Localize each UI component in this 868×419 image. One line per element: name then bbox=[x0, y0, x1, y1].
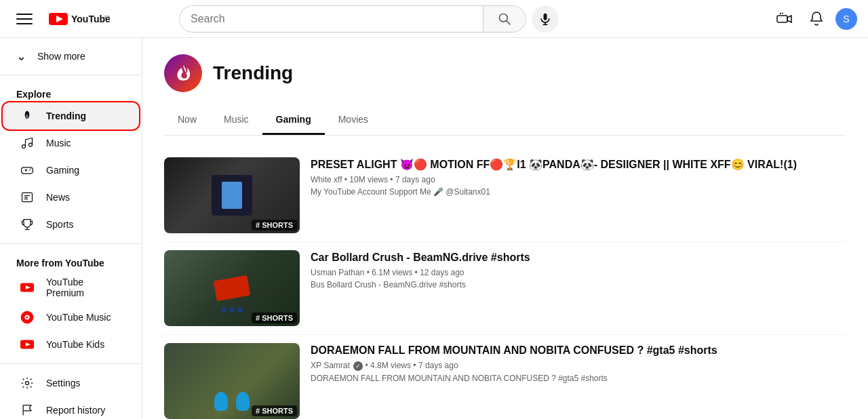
sidebar-trending-label: Trending bbox=[46, 111, 86, 121]
main-content: Trending Now Music Gaming Movies bbox=[142, 38, 868, 419]
sidebar-item-trending[interactable]: Trending bbox=[3, 102, 139, 129]
trending-icon-circle bbox=[164, 54, 202, 92]
tab-music[interactable]: Music bbox=[210, 106, 262, 135]
newspaper-icon bbox=[20, 191, 34, 204]
trending-icon bbox=[19, 108, 35, 124]
notification-button[interactable] bbox=[803, 5, 830, 33]
svg-text:PK: PK bbox=[104, 14, 110, 20]
svg-point-19 bbox=[22, 145, 26, 148]
trending-tabs: Now Music Gaming Movies bbox=[164, 106, 846, 136]
search-submit-button[interactable] bbox=[483, 5, 526, 33]
yt-music-logo bbox=[20, 311, 34, 324]
gear-icon bbox=[20, 376, 34, 390]
sidebar-item-music[interactable]: Music bbox=[3, 129, 139, 157]
svg-rect-15 bbox=[780, 13, 781, 14]
show-more-label: Show more bbox=[37, 51, 85, 62]
thumbnail-wrap-2[interactable]: # SHORTS bbox=[164, 250, 300, 326]
show-more[interactable]: ⌄ Show more bbox=[0, 43, 142, 69]
youtube-logo[interactable]: YouTube PK bbox=[49, 12, 110, 26]
music-icon bbox=[19, 135, 35, 151]
sidebar-gaming-label: Gaming bbox=[46, 165, 79, 176]
sidebar-sports-label: Sports bbox=[46, 219, 73, 230]
svg-point-24 bbox=[29, 169, 31, 171]
svg-rect-9 bbox=[544, 13, 547, 20]
create-button[interactable] bbox=[770, 5, 797, 33]
report-icon bbox=[19, 402, 35, 418]
trending-header: Trending bbox=[164, 54, 846, 92]
sidebar-item-youtube-music[interactable]: YouTube Music bbox=[3, 304, 139, 331]
bell-icon bbox=[808, 11, 825, 27]
yt-kids-logo bbox=[20, 340, 34, 349]
svg-rect-0 bbox=[16, 14, 33, 15]
video-desc-3: DORAEMON FALL FROM MOUNTAIN AND NOBITA C… bbox=[311, 374, 846, 383]
gamepad-icon bbox=[20, 163, 34, 177]
body: ⌄ Show more Explore Trending bbox=[0, 38, 868, 419]
news-icon bbox=[19, 189, 35, 205]
svg-point-18 bbox=[26, 115, 28, 119]
avatar[interactable]: S bbox=[835, 8, 857, 30]
settings-label: Settings bbox=[46, 378, 81, 388]
sidebar-item-settings[interactable]: Settings bbox=[3, 370, 139, 397]
svg-line-8 bbox=[507, 20, 510, 24]
sidebar-item-youtube-kids[interactable]: YouTube Kids bbox=[3, 331, 139, 358]
sidebar-item-youtube-premium[interactable]: YouTube Premium bbox=[3, 271, 139, 304]
trophy-icon bbox=[20, 218, 34, 231]
video-desc-1: My YouTube Account Support Me 🎤 @Sultanx… bbox=[311, 187, 846, 197]
video-title-1: PRESET ALIGHT 😈🔴 MOTION FF🔴🏆I1 🐼PANDA🐼- … bbox=[311, 157, 846, 172]
tab-movies[interactable]: Movies bbox=[325, 106, 382, 135]
svg-marker-13 bbox=[787, 16, 791, 22]
thumbnail-wrap-1[interactable]: # SHORTS bbox=[164, 157, 300, 233]
settings-icon bbox=[19, 375, 35, 391]
video-info-2: Car Bollard Crush - BeamNG.drive #shorts… bbox=[311, 250, 846, 326]
create-icon bbox=[776, 11, 792, 27]
svg-point-20 bbox=[29, 143, 33, 146]
tab-now[interactable]: Now bbox=[164, 106, 210, 135]
sidebar-item-report[interactable]: Report history bbox=[3, 397, 139, 419]
youtube-premium-icon bbox=[19, 279, 35, 296]
video-item-1: # SHORTS PRESET ALIGHT 😈🔴 MOTION FF🔴🏆I1 … bbox=[164, 149, 846, 242]
explore-section-title: Explore bbox=[0, 81, 142, 102]
sidebar-item-gaming[interactable]: Gaming bbox=[3, 157, 139, 184]
menu-button[interactable] bbox=[11, 5, 38, 33]
header-left: YouTube PK bbox=[11, 5, 174, 33]
flag-icon bbox=[20, 403, 34, 417]
gaming-icon bbox=[19, 162, 35, 178]
search-input-wrap bbox=[179, 5, 483, 33]
more-from-youtube-label: More from YouTube bbox=[0, 250, 142, 271]
svg-point-7 bbox=[500, 14, 508, 22]
thumbnail-2: # SHORTS bbox=[164, 250, 300, 326]
hamburger-icon bbox=[16, 11, 33, 27]
sidebar-divider-1 bbox=[0, 75, 142, 75]
video-desc-2: Bus Bollard Crush - BeamNG.drive #shorts bbox=[311, 280, 846, 290]
svg-rect-1 bbox=[16, 18, 33, 20]
video-meta-3: XP Samrat ✓ • 4.8M views • 7 days ago bbox=[311, 361, 846, 371]
sidebar-item-sports[interactable]: Sports bbox=[3, 211, 139, 238]
tab-gaming[interactable]: Gaming bbox=[262, 106, 325, 135]
note-icon bbox=[20, 136, 34, 150]
chevron-down-icon: ⌄ bbox=[16, 49, 26, 64]
thumbnail-3: # SHORTS bbox=[164, 343, 300, 419]
search-section bbox=[179, 5, 559, 33]
sidebar-item-news[interactable]: News bbox=[3, 184, 139, 211]
thumbnail-wrap-3[interactable]: # SHORTS bbox=[164, 343, 300, 419]
svg-rect-2 bbox=[16, 23, 33, 24]
video-info-1: PRESET ALIGHT 😈🔴 MOTION FF🔴🏆I1 🐼PANDA🐼- … bbox=[311, 157, 846, 233]
svg-rect-12 bbox=[777, 16, 787, 22]
video-item-3: # SHORTS DORAEMON FALL FROM MOUNTAIN AND… bbox=[164, 335, 846, 419]
search-input[interactable] bbox=[191, 13, 472, 25]
youtube-logo-svg: YouTube PK bbox=[49, 12, 110, 26]
mic-icon bbox=[538, 12, 552, 26]
header: YouTube PK bbox=[0, 0, 868, 38]
video-item-2: # SHORTS Car Bollard Crush - BeamNG.driv… bbox=[164, 242, 846, 335]
youtube-kids-icon bbox=[19, 336, 35, 353]
search-icon bbox=[498, 12, 511, 26]
report-label: Report history bbox=[46, 405, 105, 416]
svg-point-36 bbox=[26, 317, 28, 319]
sidebar-music-label: Music bbox=[46, 138, 71, 148]
svg-point-39 bbox=[26, 382, 29, 385]
youtube-music-icon bbox=[19, 309, 35, 325]
youtube-kids-label: YouTube Kids bbox=[46, 339, 104, 350]
sidebar: ⌄ Show more Explore Trending bbox=[0, 38, 142, 419]
mic-button[interactable] bbox=[532, 5, 559, 33]
header-right: S bbox=[770, 5, 857, 33]
